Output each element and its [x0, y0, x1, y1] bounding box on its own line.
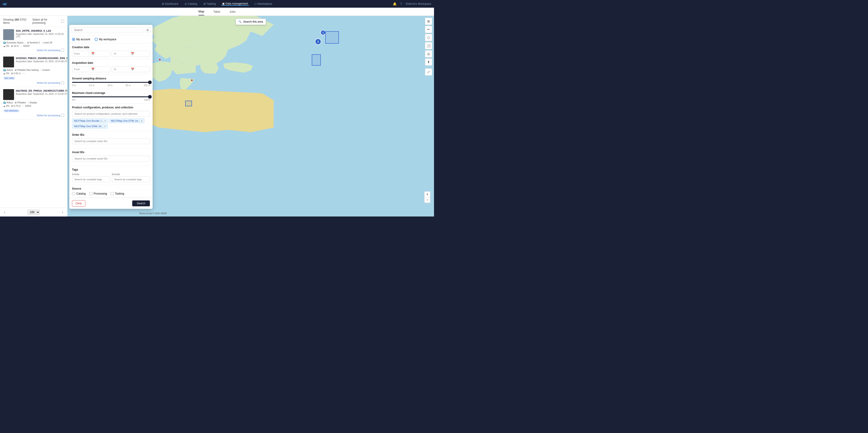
item-select-checkbox[interactable]: [61, 48, 64, 52]
extra-icon: ···: [23, 72, 24, 75]
select-processing-row[interactable]: Select for processing: [3, 81, 64, 85]
nav-data-management[interactable]: ▣ Data management: [221, 2, 249, 6]
acquisition-from-input[interactable]: From 📅: [72, 66, 110, 72]
remove-tag-1-button[interactable]: ×: [104, 120, 106, 122]
creation-to-input[interactable]: To 📅: [112, 51, 150, 57]
meta-level: ↑ Display: [28, 101, 37, 104]
source-catalog-option[interactable]: Catalog: [72, 192, 86, 195]
list-item: b0a70b52_DS_PHR1A_202409131713080_FR1_PX…: [0, 87, 67, 120]
my-workspace-radio[interactable]: [95, 38, 98, 41]
polygon-tool-button[interactable]: ⬡: [425, 34, 432, 41]
tasking-icon: ⊞: [204, 2, 206, 5]
rectangle-tool-button[interactable]: ⬜: [425, 42, 432, 49]
item-date: Acquisition date: September 13, 2024, 17…: [16, 93, 67, 95]
exclude-tags-half: Exclude: [112, 173, 150, 182]
top-nav: up↑ ⊞ Dashboard ◎ Catalog ⊞ Tasking ▣ Da…: [0, 0, 434, 8]
my-account-option[interactable]: My account: [72, 38, 90, 41]
source-processing-option[interactable]: Processing: [89, 192, 107, 195]
select-processing-row[interactable]: Select for processing: [3, 114, 64, 117]
zoom-in-button[interactable]: +: [425, 192, 430, 197]
select-all-row[interactable]: Select all for processing: [32, 18, 64, 25]
prev-page-button[interactable]: ‹: [3, 210, 6, 214]
select-processing-row[interactable]: Select for processing: [3, 48, 64, 52]
calendar-icon: 📅: [91, 68, 108, 71]
clear-button[interactable]: Clear: [72, 200, 85, 206]
asset-ids-input[interactable]: [72, 156, 150, 162]
main-area: Showing 100 STAC items Select all for pr…: [0, 16, 434, 216]
map-cluster-2[interactable]: 2: [315, 38, 321, 45]
zoom-out-button[interactable]: −: [425, 197, 430, 203]
tags-section: Tags Include Exclude: [69, 166, 153, 185]
filter-icon-button[interactable]: ⊞: [145, 27, 150, 33]
list-item: bf103323_PNEO3_202409141914091_PAN_SEN A…: [0, 54, 67, 87]
product-tag-3: NEXTMap One DSM, Int... ×: [72, 124, 108, 129]
item-tag: test order: [3, 76, 16, 80]
item-select-checkbox[interactable]: [61, 81, 64, 85]
remove-tag-2-button[interactable]: ×: [141, 120, 143, 122]
processing-checkbox[interactable]: [89, 192, 92, 195]
provider-icon: 🌍: [3, 41, 6, 44]
map-selection-box: [325, 31, 339, 44]
item-meta: 🌍 European Space... ⊞ Sentinel-2 ↑ Level…: [3, 41, 64, 44]
workspace-label: Dobrina's Workspace: [406, 2, 431, 5]
nav-tasking[interactable]: ⊞ Tasking: [203, 2, 217, 6]
map-zoom-controls: + −: [424, 191, 430, 203]
tasking-checkbox[interactable]: [111, 192, 114, 195]
search-input[interactable]: [71, 27, 143, 33]
item-title: bf103323_PNEO3_202409141914091_PAN_SEN: [16, 57, 67, 60]
my-workspace-option[interactable]: My workspace: [95, 38, 116, 41]
nav-dashboard[interactable]: ⊞ Dashboard: [161, 2, 179, 6]
gsd-slider-thumb[interactable]: [148, 80, 152, 84]
nav-marketplace[interactable]: ◻ Marketplace: [253, 2, 273, 6]
item-thumbnail: [3, 57, 14, 67]
cloud-slider-thumb[interactable]: [148, 95, 152, 99]
pagination-next: ›: [61, 210, 64, 214]
sensor-icon: ⊞: [15, 69, 17, 71]
app-logo: up↑: [3, 2, 8, 6]
search-this-area-button[interactable]: 🔍 Search this area: [236, 19, 266, 25]
search-button[interactable]: Search: [132, 200, 150, 206]
layers-tool-button[interactable]: ⊞: [425, 18, 432, 25]
expand-tool-button[interactable]: ⤢: [425, 68, 432, 75]
select-all-checkbox[interactable]: [61, 20, 64, 23]
include-tags-input[interactable]: [72, 176, 110, 182]
tab-jobs[interactable]: Jobs: [229, 8, 236, 15]
draw-tool-button[interactable]: ✏: [425, 26, 432, 33]
left-panel: Showing 100 STAC items Select all for pr…: [0, 16, 67, 216]
gsd-labels: 0 m 2.5 m 10 m 30 m 100 m: [72, 84, 150, 87]
remove-tag-3-button[interactable]: ×: [104, 125, 106, 128]
help-icon[interactable]: ?: [400, 2, 402, 6]
next-page-button[interactable]: ›: [61, 210, 64, 214]
item-select-checkbox[interactable]: [61, 114, 64, 117]
exclude-tags-input[interactable]: [112, 176, 150, 182]
map-cluster-1[interactable]: 1: [320, 30, 326, 35]
point-tool-button[interactable]: ◎: [425, 50, 432, 58]
bell-icon[interactable]: 🔔: [393, 2, 397, 6]
nav-catalog[interactable]: ◎ Catalog: [184, 2, 198, 6]
per-page-select[interactable]: 100 50 25: [27, 210, 40, 215]
tags-row: Include Exclude: [72, 173, 150, 182]
meta-sensor: ⊞ Sentinel-2: [27, 41, 40, 44]
cloud-section: Maximum cloud coverage 0% 100%: [69, 89, 153, 104]
creation-from-input[interactable]: From 📅: [72, 51, 110, 57]
tab-table[interactable]: Table: [213, 8, 220, 15]
level-icon: ↑: [40, 69, 41, 71]
tab-map[interactable]: Map: [198, 8, 204, 15]
search-panel-top: ⊞: [69, 25, 153, 35]
map-area[interactable]: 🔍 Search this area 1 2 ⊞ ✏ ⬡ ⬜ ◎ ⬆ ⤢ + −: [67, 16, 434, 216]
search-area-icon: 🔍: [238, 20, 242, 23]
acquisition-date-row: From 📅 To 📅: [72, 66, 150, 72]
my-account-radio[interactable]: [72, 38, 75, 41]
pagination-arrows: ‹: [3, 210, 6, 214]
product-config-input[interactable]: [72, 111, 150, 117]
catalog-checkbox[interactable]: [72, 192, 75, 195]
meta-gsd: ⊞ 10 m: [11, 45, 19, 47]
order-ids-input[interactable]: [72, 138, 150, 144]
source-tasking-option[interactable]: Tasking: [111, 192, 124, 195]
acquisition-to-input[interactable]: To 📅: [112, 66, 150, 72]
logo-sup: ↑: [6, 2, 8, 4]
import-tool-button[interactable]: ⬆: [425, 58, 432, 66]
meta-extra: ··· -: [23, 72, 26, 75]
product-config-title: Product configuration, producer, and col…: [72, 106, 150, 109]
gsd-slider-fill: [72, 82, 150, 83]
